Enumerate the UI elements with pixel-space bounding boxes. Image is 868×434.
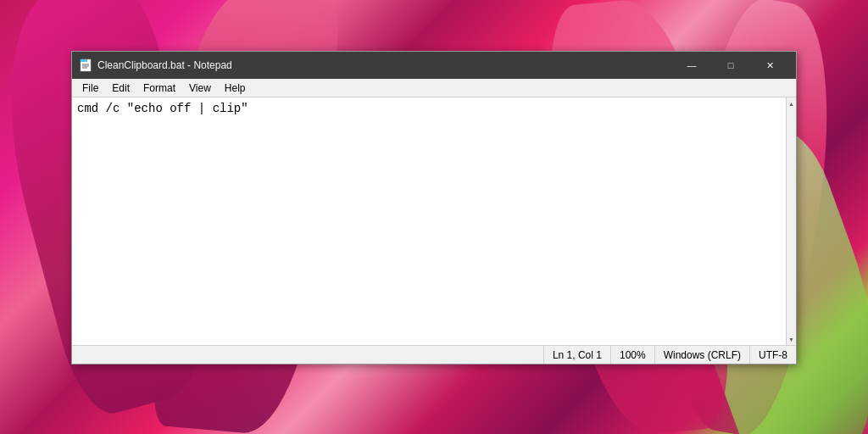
zoom-level: 100% [610,346,654,364]
title-bar: CleanClipboard.bat - Notepad — □ ✕ [72,52,796,79]
line-ending: Windows (CRLF) [654,346,749,364]
menu-help[interactable]: Help [218,81,253,96]
svg-rect-1 [81,59,87,62]
menu-format[interactable]: Format [136,81,182,96]
encoding: UTF-8 [749,346,796,364]
menu-bar: File Edit Format View Help [72,79,796,97]
minimize-button[interactable]: — [672,52,711,79]
text-area-container[interactable]: cmd /c "echo off | clip" ▲ ▼ [72,97,796,345]
menu-view[interactable]: View [182,81,218,96]
status-bar: Ln 1, Col 1 100% Windows (CRLF) UTF-8 [72,345,796,364]
scroll-up-arrow[interactable]: ▲ [787,97,797,109]
scroll-down-arrow[interactable]: ▼ [787,333,797,345]
menu-file[interactable]: File [75,81,105,96]
app-icon [79,58,92,72]
maximize-button[interactable]: □ [711,52,750,79]
notepad-window: CleanClipboard.bat - Notepad — □ ✕ File … [71,51,797,364]
vertical-scrollbar[interactable]: ▲ ▼ [786,97,796,345]
window-controls: — □ ✕ [672,52,789,79]
editor-content: cmd /c "echo off | clip" [77,101,248,118]
cursor-position: Ln 1, Col 1 [543,346,610,364]
window-title: CleanClipboard.bat - Notepad [97,59,672,71]
menu-edit[interactable]: Edit [105,81,136,96]
scroll-track[interactable] [787,109,796,333]
close-button[interactable]: ✕ [750,52,789,79]
